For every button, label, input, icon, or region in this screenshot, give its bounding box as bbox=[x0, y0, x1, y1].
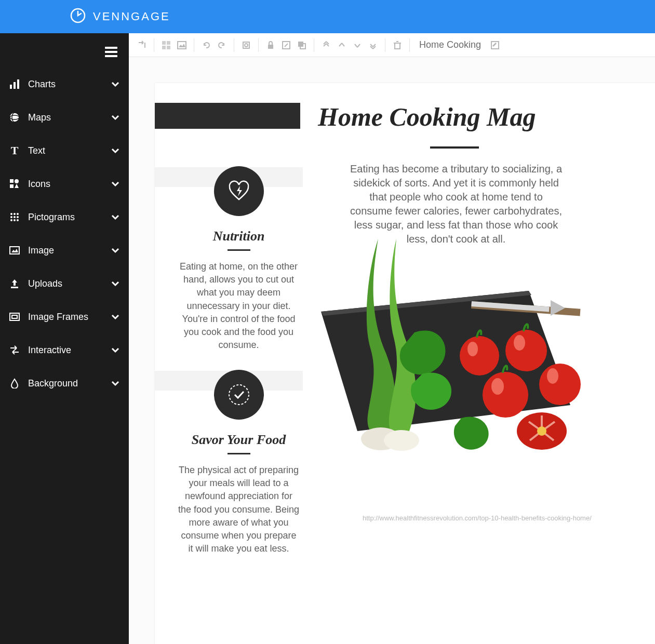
svg-point-13 bbox=[17, 213, 19, 215]
sidebar-item-label: Text bbox=[28, 145, 110, 156]
chevron-down-icon bbox=[110, 79, 121, 89]
brand[interactable]: VENNGAGE bbox=[70, 8, 170, 25]
toolbar: Home Cooking bbox=[129, 33, 655, 57]
sidebar-item-label: Pictograms bbox=[28, 212, 110, 223]
svg-rect-2 bbox=[14, 82, 16, 89]
svg-rect-25 bbox=[162, 41, 166, 45]
svg-rect-24 bbox=[12, 315, 17, 318]
bring-forward-button[interactable] bbox=[335, 38, 349, 52]
sidebar-toggle[interactable] bbox=[0, 41, 129, 68]
sidebar-item-charts[interactable]: Charts bbox=[0, 68, 129, 101]
svg-rect-7 bbox=[10, 179, 14, 183]
sidebar-item-background[interactable]: Background bbox=[0, 367, 129, 400]
svg-point-54 bbox=[547, 368, 558, 384]
title-rule bbox=[430, 146, 479, 149]
section-heading[interactable]: Nutrition bbox=[178, 229, 300, 244]
sidebar-item-uploads[interactable]: Uploads bbox=[0, 267, 129, 300]
sidebar-item-label: Charts bbox=[28, 79, 110, 90]
toolbar-separator bbox=[314, 38, 314, 52]
document[interactable]: Home Cooking Mag Eating has become a tri… bbox=[155, 83, 655, 644]
chevron-down-icon bbox=[110, 378, 121, 388]
section-body[interactable]: Eating at home, on the other hand, allow… bbox=[178, 260, 300, 352]
svg-point-15 bbox=[14, 216, 16, 218]
svg-point-17 bbox=[10, 219, 12, 221]
svg-point-16 bbox=[17, 216, 19, 218]
droplet-icon bbox=[8, 377, 21, 390]
svg-point-52 bbox=[491, 378, 504, 395]
brand-logo-icon bbox=[70, 8, 86, 25]
svg-rect-28 bbox=[167, 46, 170, 49]
toolbar-separator bbox=[234, 38, 234, 52]
sidebar-item-label: Icons bbox=[28, 179, 110, 190]
sidebar-item-image[interactable]: Image bbox=[0, 234, 129, 267]
redo-button[interactable] bbox=[215, 38, 229, 52]
svg-point-32 bbox=[245, 44, 248, 47]
content-area: Home Cooking Home Cooking Mag Eating has… bbox=[129, 33, 655, 644]
svg-rect-23 bbox=[10, 313, 19, 320]
edit-button[interactable] bbox=[279, 38, 293, 52]
sidebar-item-interactive[interactable]: Interactive bbox=[0, 333, 129, 367]
globe-icon bbox=[8, 111, 21, 124]
sidebar-item-image-frames[interactable]: Image Frames bbox=[0, 300, 129, 333]
swap-button[interactable] bbox=[135, 38, 149, 52]
crop-button[interactable] bbox=[239, 38, 253, 52]
shapes-icon bbox=[8, 178, 21, 190]
svg-rect-1 bbox=[10, 85, 12, 89]
svg-point-39 bbox=[229, 385, 249, 405]
delete-button[interactable] bbox=[391, 38, 404, 52]
sidebar-item-label: Interactive bbox=[28, 345, 110, 356]
send-backward-button[interactable] bbox=[351, 38, 364, 52]
badge-check-icon bbox=[214, 370, 264, 420]
svg-rect-31 bbox=[243, 42, 249, 48]
canvas[interactable]: Home Cooking Mag Eating has become a tri… bbox=[129, 57, 655, 644]
image-button[interactable] bbox=[175, 38, 189, 52]
svg-marker-10 bbox=[15, 184, 19, 188]
sidebar-item-label: Background bbox=[28, 378, 110, 389]
document-title: Home Cooking bbox=[419, 39, 481, 50]
section-heading[interactable]: Savor Your Food bbox=[178, 432, 300, 448]
svg-point-18 bbox=[14, 219, 16, 221]
svg-point-51 bbox=[483, 372, 528, 418]
sidebar-item-label: Image Frames bbox=[28, 312, 110, 323]
bring-front-button[interactable] bbox=[319, 38, 333, 52]
food-photo[interactable] bbox=[290, 239, 581, 467]
intro-text[interactable]: Eating has become a tributary to sociali… bbox=[347, 162, 565, 246]
svg-point-19 bbox=[17, 219, 19, 221]
section-savor[interactable]: Savor Your Food The physical act of prep… bbox=[178, 370, 300, 555]
svg-point-48 bbox=[467, 342, 478, 356]
svg-rect-26 bbox=[167, 41, 170, 45]
grid-button[interactable] bbox=[159, 38, 173, 52]
heading-rule bbox=[228, 249, 250, 251]
svg-point-50 bbox=[514, 335, 525, 351]
section-nutrition[interactable]: Nutrition Eating at home, on the other h… bbox=[178, 166, 300, 352]
toolbar-separator bbox=[409, 38, 410, 52]
svg-rect-20 bbox=[10, 247, 19, 254]
source-url[interactable]: http://www.healthfitnessrevolution.com/t… bbox=[363, 514, 592, 522]
copy-button[interactable] bbox=[295, 38, 309, 52]
app-header: VENNGAGE bbox=[0, 0, 655, 33]
svg-point-56 bbox=[537, 426, 546, 436]
lock-button[interactable] bbox=[264, 38, 277, 52]
sidebar-item-label: Uploads bbox=[28, 278, 110, 289]
sidebar-item-maps[interactable]: Maps bbox=[0, 101, 129, 134]
hamburger-icon bbox=[105, 47, 117, 57]
svg-rect-29 bbox=[178, 42, 186, 49]
toolbar-separator bbox=[258, 38, 259, 52]
heading-rule bbox=[228, 453, 250, 454]
toolbar-separator bbox=[385, 38, 385, 52]
sidebar-item-text[interactable]: T Text bbox=[0, 134, 129, 167]
heart-bolt-icon bbox=[214, 166, 264, 216]
undo-button[interactable] bbox=[199, 38, 213, 52]
send-back-button[interactable] bbox=[366, 38, 380, 52]
dots-grid-icon bbox=[8, 211, 21, 223]
svg-text:T: T bbox=[11, 145, 19, 156]
section-body[interactable]: The physical act of preparing your meals… bbox=[178, 464, 300, 555]
sidebar-item-icons[interactable]: Icons bbox=[0, 167, 129, 200]
chevron-down-icon bbox=[110, 179, 121, 189]
chevron-down-icon bbox=[110, 112, 121, 123]
chevron-down-icon bbox=[110, 145, 121, 156]
chevron-down-icon bbox=[110, 212, 121, 222]
rename-button[interactable] bbox=[488, 38, 502, 52]
sidebar-item-label: Image bbox=[28, 245, 110, 256]
sidebar-item-pictograms[interactable]: Pictograms bbox=[0, 200, 129, 234]
